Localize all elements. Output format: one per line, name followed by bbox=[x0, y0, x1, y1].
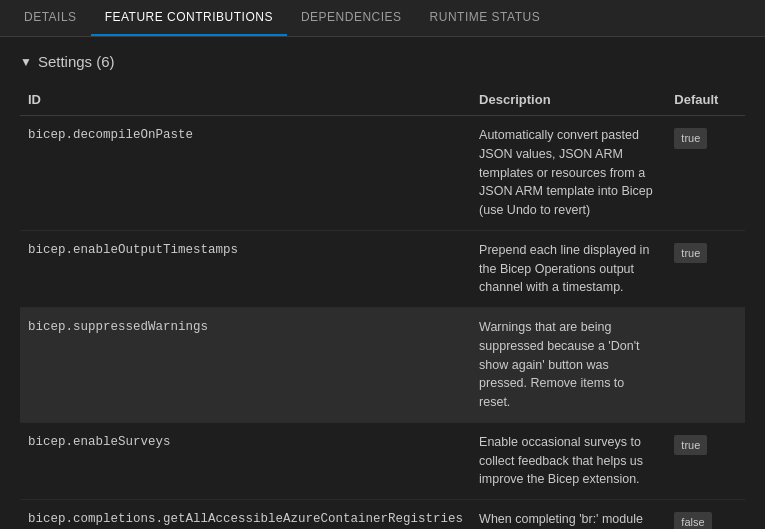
table-row[interactable]: bicep.enableOutputTimestampsPrepend each… bbox=[20, 230, 745, 307]
setting-id: bicep.enableOutputTimestamps bbox=[20, 230, 471, 307]
setting-default bbox=[666, 308, 745, 423]
setting-description: Prepend each line displayed in the Bicep… bbox=[471, 230, 666, 307]
table-header-row: ID Description Default bbox=[20, 86, 745, 116]
table-row[interactable]: bicep.decompileOnPasteAutomatically conv… bbox=[20, 116, 745, 231]
section-title: Settings (6) bbox=[38, 53, 115, 70]
section-header[interactable]: ▼ Settings (6) bbox=[20, 53, 745, 70]
setting-default: true bbox=[666, 230, 745, 307]
tab-bar: DETAILSFEATURE CONTRIBUTIONSDEPENDENCIES… bbox=[0, 0, 765, 37]
col-header-default: Default bbox=[666, 86, 745, 116]
setting-default: true bbox=[666, 116, 745, 231]
tab-runtime-status[interactable]: RUNTIME STATUS bbox=[416, 0, 555, 36]
setting-description: Warnings that are being suppressed becau… bbox=[471, 308, 666, 423]
table-row[interactable]: bicep.completions.getAllAccessibleAzureC… bbox=[20, 500, 745, 530]
default-badge: true bbox=[674, 128, 707, 149]
default-badge: true bbox=[674, 243, 707, 264]
setting-description: When completing 'br:' module references,… bbox=[471, 500, 666, 530]
table-row[interactable]: bicep.suppressedWarningsWarnings that ar… bbox=[20, 308, 745, 423]
setting-default: false bbox=[666, 500, 745, 530]
setting-id: bicep.completions.getAllAccessibleAzureC… bbox=[20, 500, 471, 530]
feature-table: ID Description Default bicep.decompileOn… bbox=[20, 86, 745, 529]
col-header-id: ID bbox=[20, 86, 471, 116]
setting-id: bicep.enableSurveys bbox=[20, 422, 471, 499]
table-row[interactable]: bicep.enableSurveysEnable occasional sur… bbox=[20, 422, 745, 499]
default-badge: true bbox=[674, 435, 707, 456]
tab-feature-contributions[interactable]: FEATURE CONTRIBUTIONS bbox=[91, 0, 287, 36]
collapse-arrow-icon: ▼ bbox=[20, 55, 32, 69]
setting-id: bicep.suppressedWarnings bbox=[20, 308, 471, 423]
setting-id: bicep.decompileOnPaste bbox=[20, 116, 471, 231]
col-header-description: Description bbox=[471, 86, 666, 116]
tab-dependencies[interactable]: DEPENDENCIES bbox=[287, 0, 416, 36]
default-badge: false bbox=[674, 512, 711, 529]
tab-details[interactable]: DETAILS bbox=[10, 0, 91, 36]
main-content: ▼ Settings (6) ID Description Default bi… bbox=[0, 37, 765, 529]
setting-default: true bbox=[666, 422, 745, 499]
setting-description: Automatically convert pasted JSON values… bbox=[471, 116, 666, 231]
setting-description: Enable occasional surveys to collect fee… bbox=[471, 422, 666, 499]
